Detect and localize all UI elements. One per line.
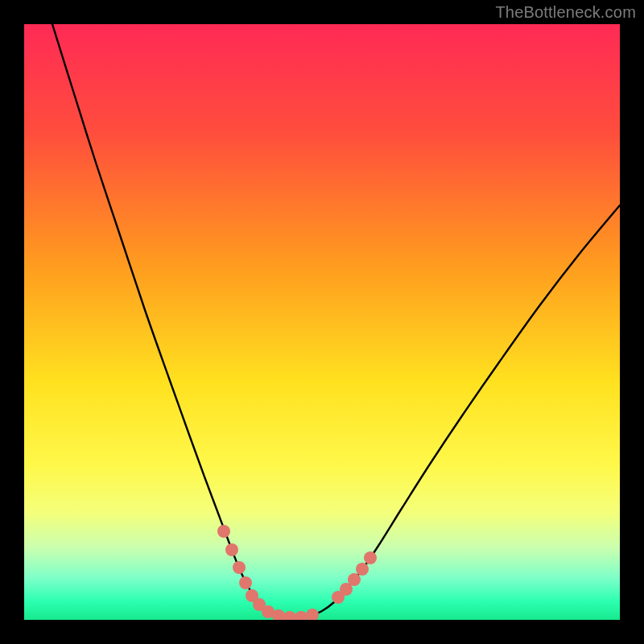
curve-marker	[283, 611, 296, 620]
curve-markers	[217, 525, 377, 620]
curve-marker	[364, 551, 377, 564]
curve-marker	[233, 561, 246, 574]
curve-layer	[24, 24, 620, 620]
plot-area	[24, 24, 620, 620]
curve-marker	[217, 525, 230, 538]
curve-marker	[306, 609, 319, 620]
curve-marker	[348, 573, 361, 586]
bottleneck-curve	[52, 24, 620, 617]
curve-marker	[356, 563, 369, 576]
chart-frame: TheBottleneck.com	[0, 0, 644, 644]
watermark-text: TheBottleneck.com	[495, 3, 636, 22]
curve-marker	[239, 576, 252, 589]
curve-marker	[295, 611, 308, 620]
curve-marker	[225, 543, 238, 556]
